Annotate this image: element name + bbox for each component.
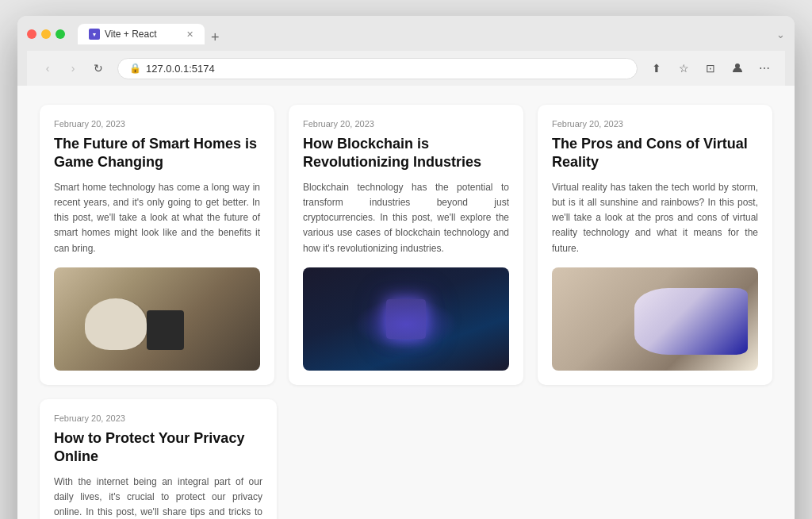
traffic-lights [27,29,65,39]
lock-icon: 🔒 [129,63,141,74]
reader-view-button[interactable]: ⊡ [699,57,722,79]
blog-card-3[interactable]: February 20, 2023 The Pros and Cons of V… [538,105,772,385]
forward-button[interactable]: › [62,57,84,79]
card-1-excerpt: Smart home technology has come a long wa… [54,180,260,256]
browser-titlebar: Vite + React ✕ + ⌄ ‹ › ↻ 🔒 127.0.0.1:517… [17,16,795,86]
card-3-date: February 20, 2023 [552,119,758,129]
share-button[interactable]: ⬆ [645,57,668,79]
nav-buttons: ‹ › ↻ [36,57,109,79]
blog-card-4[interactable]: February 20, 2023 How to Protect Your Pr… [40,399,277,519]
card-3-excerpt: Virtual reality has taken the tech world… [552,180,758,256]
blockchain-image [303,267,509,371]
active-tab[interactable]: Vite + React ✕ [78,24,205,44]
card-4-title: How to Protect Your Privacy Online [54,429,262,467]
toolbar-actions: ⬆ ☆ ⊡ ⋯ [645,57,776,79]
profile-button[interactable] [726,57,749,79]
bottom-row: February 20, 2023 How to Protect Your Pr… [40,399,772,519]
tab-close-button[interactable]: ✕ [186,29,193,40]
blog-card-1[interactable]: February 20, 2023 The Future of Smart Ho… [40,105,274,385]
address-bar[interactable]: 🔒 127.0.0.1:5174 [117,58,638,79]
tab-bar: Vite + React ✕ + [78,24,770,44]
close-button[interactable] [27,29,36,39]
maximize-button[interactable] [56,29,65,39]
window-controls: ⌄ [776,29,785,40]
url-text: 127.0.0.1:5174 [146,63,215,75]
browser-window: Vite + React ✕ + ⌄ ‹ › ↻ 🔒 127.0.0.1:517… [17,16,795,519]
new-tab-button[interactable]: + [206,30,224,44]
blog-card-2[interactable]: February 20, 2023 How Blockchain is Revo… [289,105,523,385]
card-4-excerpt: With the internet being an integral part… [54,475,262,520]
tab-favicon [89,29,100,40]
card-2-title: How Blockchain is Revolutionizing Indust… [303,135,509,172]
card-2-date: February 20, 2023 [303,119,509,129]
more-button[interactable]: ⋯ [753,57,776,79]
card-2-image [303,267,509,371]
card-1-title: The Future of Smart Homes is Game Changi… [54,135,260,172]
reload-button[interactable]: ↻ [87,57,109,79]
card-2-excerpt: Blockchain technology has the potential … [303,180,509,256]
browser-toolbar: ‹ › ↻ 🔒 127.0.0.1:5174 ⬆ ☆ ⊡ ⋯ [27,51,785,86]
tab-title: Vite + React [105,29,156,40]
back-button[interactable]: ‹ [36,57,59,79]
minimize-button[interactable] [41,29,51,39]
vr-image [552,267,758,371]
bookmark-button[interactable]: ☆ [672,57,695,79]
card-4-date: February 20, 2023 [54,413,262,423]
blog-grid: February 20, 2023 The Future of Smart Ho… [40,105,772,385]
card-3-title: The Pros and Cons of Virtual Reality [552,135,758,172]
card-1-image [54,267,260,371]
smart-home-image [54,267,260,371]
card-3-image [552,267,758,371]
page-content: February 20, 2023 The Future of Smart Ho… [17,86,795,519]
card-1-date: February 20, 2023 [54,119,260,129]
